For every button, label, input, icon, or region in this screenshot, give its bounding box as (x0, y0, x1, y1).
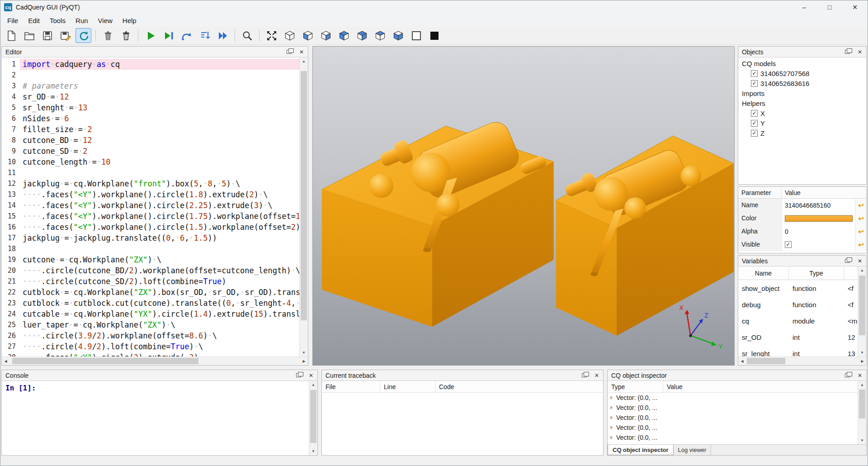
scroll-thumb[interactable] (747, 358, 785, 364)
scroll-arrow[interactable]: ▼ (309, 447, 317, 455)
open-file-button[interactable] (21, 28, 37, 43)
objects-panel-header[interactable]: Objects ✕ (738, 47, 866, 57)
scroll-arrow[interactable]: ◀ (738, 357, 746, 365)
tab-cq-object-inspector[interactable]: CQ object inspector (608, 445, 674, 455)
zoom-view-button[interactable] (239, 28, 255, 43)
code-line[interactable]: 1import·cadquery·as·cq (2, 59, 299, 70)
code-line[interactable]: 3# parameters (2, 81, 299, 91)
code-line[interactable]: 9cutcone_SD·=·2 (2, 146, 299, 157)
objects-float-button[interactable] (844, 48, 851, 56)
scroll-arrow[interactable]: ▼ (858, 349, 866, 357)
code-line[interactable]: 24cutcable·=·cq.Workplane("YX").circle(1… (2, 309, 299, 319)
save-button[interactable] (39, 28, 55, 43)
mold-half-right[interactable] (556, 136, 734, 336)
wireframe-button[interactable] (408, 28, 424, 43)
traceback-panel-header[interactable]: Current traceback ✕ (322, 370, 603, 381)
column-header-file[interactable]: File (322, 381, 380, 392)
code-line[interactable]: 25luer_taper·=·cq.Workplane("ZX")·\ (2, 319, 299, 330)
chevron-right-icon[interactable] (610, 436, 613, 439)
column-header-type[interactable]: Type (789, 266, 844, 280)
variables-panel-header[interactable]: Variables ✕ (738, 256, 866, 266)
property-value[interactable]: 3140646685160 (782, 199, 855, 212)
checkbox[interactable]: ✓ (751, 130, 758, 137)
scroll-arrow[interactable]: ▼ (300, 349, 308, 357)
run-script-button[interactable] (142, 28, 158, 43)
scroll-track[interactable] (9, 357, 300, 365)
inspector-close-button[interactable]: ✕ (856, 372, 863, 379)
checkbox[interactable]: ✓ (785, 241, 792, 248)
column-header-line[interactable]: Line (380, 381, 435, 392)
scroll-track[interactable] (300, 65, 308, 349)
editor-float-button[interactable] (285, 48, 292, 56)
minimize-button[interactable]: – (792, 0, 817, 14)
chevron-right-icon[interactable] (610, 396, 613, 399)
code-line[interactable]: 15····.faces("<Y").workplane().circle(1.… (2, 211, 299, 222)
reset-button[interactable]: ↩ (855, 238, 866, 251)
scroll-arrow[interactable]: ▲ (309, 381, 317, 389)
continue-debug-button[interactable] (215, 28, 231, 43)
reset-button[interactable]: ↩ (855, 199, 866, 212)
tree-item-3140652683616[interactable]: ✓3140652683616 (738, 78, 866, 88)
code-line[interactable]: 21····.circle(cutcone_SD/2).loft(combine… (2, 276, 299, 287)
tree-item-helpers[interactable]: Helpers (738, 98, 866, 108)
checkbox[interactable]: ✓ (751, 110, 758, 117)
menu-tools[interactable]: Tools (45, 15, 71, 26)
chevron-right-icon[interactable] (610, 416, 613, 419)
variables-vertical-scrollbar[interactable]: ▲▼ (858, 266, 866, 357)
scroll-arrow[interactable]: ▶ (859, 357, 866, 365)
chevron-right-icon[interactable] (610, 426, 613, 429)
code-line[interactable]: 5sr_lenght·=·13 (2, 102, 299, 113)
editor-horizontal-scrollbar[interactable]: ◀▶ (2, 357, 308, 365)
code-line[interactable]: 23cutblock·=·cutblock.cut(cutcone).trans… (2, 298, 299, 309)
console-panel-header[interactable]: Console ✕ (2, 370, 317, 381)
inspector-float-button[interactable] (844, 372, 851, 379)
editor-code[interactable]: 1import·cadquery·as·cq23# parameters4sr_… (2, 57, 299, 357)
inspector-row[interactable]: Vector: (0.0, ... (608, 433, 858, 442)
menu-run[interactable]: Run (71, 15, 93, 26)
checkbox[interactable]: ✓ (751, 120, 758, 127)
variables-close-button[interactable]: ✕ (856, 257, 863, 265)
code-line[interactable]: 8cutcone_BD·=·12 (2, 135, 299, 146)
variable-row-sr-od[interactable]: sr_ODint12 (738, 329, 858, 345)
tree-item-z[interactable]: ✓Z (738, 128, 866, 138)
tree-item-cq-models[interactable]: CQ models (738, 58, 866, 68)
editor-vertical-scrollbar[interactable]: ▲▼ (299, 57, 308, 357)
code-line[interactable]: 14····.faces("<Y").workplane().circle(2.… (2, 200, 299, 211)
view-front-button[interactable] (300, 28, 316, 43)
tree-item-imports[interactable]: Imports (738, 88, 866, 98)
inspector-vertical-scrollbar[interactable]: ▲▼ (858, 381, 866, 444)
code-line[interactable]: 7fillet_size·=·2 (2, 124, 299, 135)
scroll-track[interactable] (309, 389, 317, 447)
code-line[interactable]: 19cutcone·=·cq.Workplane("ZX")·\ (2, 254, 299, 265)
variable-row-show-object[interactable]: show_objectfunction<f (738, 280, 858, 296)
view-top-button[interactable] (372, 28, 388, 43)
maximize-button[interactable]: □ (817, 0, 842, 14)
menu-file[interactable]: File (2, 15, 23, 26)
view-left-button[interactable] (336, 28, 352, 43)
clear-console-button[interactable] (100, 28, 116, 43)
view-iso-button[interactable] (282, 28, 297, 43)
inspector-row[interactable]: Vector: (0.0, ... (608, 413, 858, 423)
scroll-arrow[interactable]: ▼ (858, 437, 866, 444)
reset-button[interactable]: ↩ (855, 225, 866, 238)
tree-item-y[interactable]: ✓Y (738, 118, 866, 128)
fit-view-button[interactable] (264, 28, 279, 43)
code-line[interactable]: 13····.faces("<Y").workplane().circle(1.… (2, 189, 299, 200)
code-line[interactable]: 16····.faces("<Y").workplane().circle(1.… (2, 222, 299, 233)
scroll-arrow[interactable]: ▶ (300, 357, 308, 365)
code-line[interactable]: 10cutcone_length·=·10 (2, 157, 299, 167)
close-button[interactable]: ✕ (842, 0, 868, 14)
code-line[interactable]: 27····.circle(4.9/2).loft(combine=True)·… (2, 341, 299, 352)
code-line[interactable]: 20····.circle(cutcone_BD/2).workplane(of… (2, 265, 299, 276)
step-over-button[interactable] (179, 28, 194, 43)
view-right-button[interactable] (354, 28, 370, 43)
inspector-panel-header[interactable]: CQ object inspector ✕ (608, 370, 866, 381)
step-into-button[interactable] (197, 28, 212, 43)
scroll-thumb[interactable] (301, 71, 307, 321)
variables-horizontal-scrollbar[interactable]: ◀▶ (738, 357, 866, 365)
scroll-track[interactable] (858, 389, 866, 437)
view-bottom-button[interactable] (390, 28, 406, 43)
inspector-row[interactable]: Vector: (0.0, ... (608, 403, 858, 413)
column-header-value[interactable]: Value (663, 381, 858, 392)
scroll-arrow[interactable]: ◀ (2, 357, 9, 365)
